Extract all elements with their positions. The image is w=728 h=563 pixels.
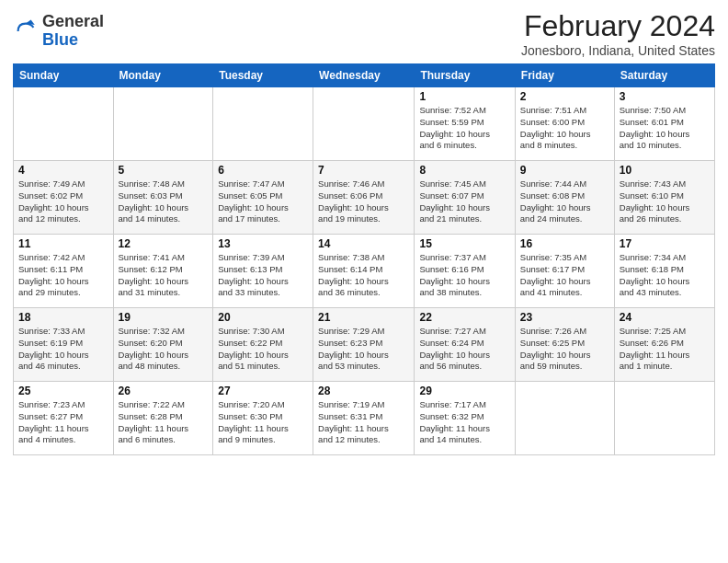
day-number: 5 [119, 164, 209, 177]
day-info: Sunrise: 7:22 AMSunset: 6:28 PMDaylight:… [119, 399, 209, 446]
day-info: Sunrise: 7:47 AMSunset: 6:05 PMDaylight:… [218, 178, 308, 225]
day-info: Sunrise: 7:27 AMSunset: 6:24 PMDaylight:… [419, 326, 509, 373]
day-info: Sunrise: 7:41 AMSunset: 6:12 PMDaylight:… [119, 252, 209, 299]
day-number: 17 [620, 237, 710, 250]
col-wednesday: Wednesday [313, 64, 415, 87]
calendar-cell: 29Sunrise: 7:17 AMSunset: 6:32 PMDayligh… [415, 382, 515, 455]
day-info: Sunrise: 7:50 AMSunset: 6:01 PMDaylight:… [620, 105, 710, 152]
calendar-week-4: 25Sunrise: 7:23 AMSunset: 6:27 PMDayligh… [14, 382, 715, 455]
day-number: 24 [620, 311, 710, 324]
calendar-cell: 23Sunrise: 7:26 AMSunset: 6:25 PMDayligh… [515, 308, 614, 382]
day-info: Sunrise: 7:45 AMSunset: 6:07 PMDaylight:… [419, 178, 509, 225]
day-info: Sunrise: 7:39 AMSunset: 6:13 PMDaylight:… [218, 252, 308, 299]
day-number: 15 [419, 237, 509, 250]
calendar-cell: 25Sunrise: 7:23 AMSunset: 6:27 PMDayligh… [14, 382, 114, 455]
day-info: Sunrise: 7:37 AMSunset: 6:16 PMDaylight:… [419, 252, 509, 299]
logo-general: General [42, 12, 104, 30]
day-info: Sunrise: 7:17 AMSunset: 6:32 PMDaylight:… [419, 399, 509, 446]
calendar-cell [213, 87, 313, 161]
calendar-cell: 3Sunrise: 7:50 AMSunset: 6:01 PMDaylight… [614, 87, 714, 161]
day-info: Sunrise: 7:30 AMSunset: 6:22 PMDaylight:… [218, 326, 308, 373]
calendar-cell: 6Sunrise: 7:47 AMSunset: 6:05 PMDaylight… [213, 161, 313, 235]
header-row: Sunday Monday Tuesday Wednesday Thursday… [14, 64, 715, 87]
day-number: 27 [218, 385, 308, 397]
calendar-week-3: 18Sunrise: 7:33 AMSunset: 6:19 PMDayligh… [14, 308, 715, 382]
day-number: 7 [318, 164, 409, 177]
day-info: Sunrise: 7:29 AMSunset: 6:23 PMDaylight:… [318, 326, 409, 373]
day-number: 16 [520, 237, 609, 250]
col-sunday: Sunday [14, 64, 114, 87]
calendar: Sunday Monday Tuesday Wednesday Thursday… [13, 63, 715, 455]
calendar-cell: 13Sunrise: 7:39 AMSunset: 6:13 PMDayligh… [213, 235, 313, 308]
day-info: Sunrise: 7:32 AMSunset: 6:20 PMDaylight:… [119, 326, 209, 373]
logo-text: General Blue [42, 13, 104, 50]
calendar-cell [313, 87, 415, 161]
header: General Blue February 2024 Jonesboro, In… [13, 9, 715, 58]
calendar-week-2: 11Sunrise: 7:42 AMSunset: 6:11 PMDayligh… [14, 235, 715, 308]
day-number: 21 [318, 311, 409, 324]
day-info: Sunrise: 7:19 AMSunset: 6:31 PMDaylight:… [318, 399, 409, 446]
day-number: 8 [419, 164, 509, 177]
calendar-cell: 8Sunrise: 7:45 AMSunset: 6:07 PMDaylight… [415, 161, 515, 235]
calendar-cell: 7Sunrise: 7:46 AMSunset: 6:06 PMDaylight… [313, 161, 415, 235]
day-number: 19 [119, 311, 209, 324]
calendar-cell: 27Sunrise: 7:20 AMSunset: 6:30 PMDayligh… [213, 382, 313, 455]
calendar-week-0: 1Sunrise: 7:52 AMSunset: 5:59 PMDaylight… [14, 87, 715, 161]
day-number: 23 [520, 311, 609, 324]
day-number: 2 [520, 90, 609, 103]
day-number: 3 [620, 90, 710, 103]
day-info: Sunrise: 7:48 AMSunset: 6:03 PMDaylight:… [119, 178, 209, 225]
day-info: Sunrise: 7:44 AMSunset: 6:08 PMDaylight:… [520, 178, 609, 225]
logo: General Blue [13, 13, 104, 50]
day-info: Sunrise: 7:52 AMSunset: 5:59 PMDaylight:… [419, 105, 509, 152]
day-info: Sunrise: 7:25 AMSunset: 6:26 PMDaylight:… [620, 326, 710, 373]
col-monday: Monday [113, 64, 213, 87]
day-number: 20 [218, 311, 308, 324]
day-number: 22 [419, 311, 509, 324]
day-number: 28 [318, 385, 409, 397]
calendar-cell: 16Sunrise: 7:35 AMSunset: 6:17 PMDayligh… [515, 235, 614, 308]
calendar-cell: 2Sunrise: 7:51 AMSunset: 6:00 PMDaylight… [515, 87, 614, 161]
day-info: Sunrise: 7:23 AMSunset: 6:27 PMDaylight:… [18, 399, 108, 446]
day-number: 1 [419, 90, 509, 103]
day-number: 4 [18, 164, 108, 177]
calendar-cell: 9Sunrise: 7:44 AMSunset: 6:08 PMDaylight… [515, 161, 614, 235]
calendar-header: Sunday Monday Tuesday Wednesday Thursday… [14, 64, 715, 87]
calendar-cell: 26Sunrise: 7:22 AMSunset: 6:28 PMDayligh… [113, 382, 213, 455]
calendar-cell: 10Sunrise: 7:43 AMSunset: 6:10 PMDayligh… [614, 161, 714, 235]
calendar-cell: 14Sunrise: 7:38 AMSunset: 6:14 PMDayligh… [313, 235, 415, 308]
day-info: Sunrise: 7:33 AMSunset: 6:19 PMDaylight:… [18, 326, 108, 373]
col-thursday: Thursday [415, 64, 515, 87]
page: General Blue February 2024 Jonesboro, In… [0, 0, 728, 465]
calendar-cell [614, 382, 714, 455]
calendar-cell: 15Sunrise: 7:37 AMSunset: 6:16 PMDayligh… [415, 235, 515, 308]
col-saturday: Saturday [614, 64, 714, 87]
calendar-cell: 17Sunrise: 7:34 AMSunset: 6:18 PMDayligh… [614, 235, 714, 308]
calendar-week-1: 4Sunrise: 7:49 AMSunset: 6:02 PMDaylight… [14, 161, 715, 235]
calendar-cell: 12Sunrise: 7:41 AMSunset: 6:12 PMDayligh… [113, 235, 213, 308]
calendar-cell: 19Sunrise: 7:32 AMSunset: 6:20 PMDayligh… [113, 308, 213, 382]
calendar-cell: 11Sunrise: 7:42 AMSunset: 6:11 PMDayligh… [14, 235, 114, 308]
day-number: 18 [18, 311, 108, 324]
day-number: 6 [218, 164, 308, 177]
calendar-cell [14, 87, 114, 161]
calendar-cell: 21Sunrise: 7:29 AMSunset: 6:23 PMDayligh… [313, 308, 415, 382]
calendar-cell: 22Sunrise: 7:27 AMSunset: 6:24 PMDayligh… [415, 308, 515, 382]
day-info: Sunrise: 7:49 AMSunset: 6:02 PMDaylight:… [18, 178, 108, 225]
day-info: Sunrise: 7:46 AMSunset: 6:06 PMDaylight:… [318, 178, 409, 225]
calendar-body: 1Sunrise: 7:52 AMSunset: 5:59 PMDaylight… [14, 87, 715, 455]
col-friday: Friday [515, 64, 614, 87]
day-number: 26 [119, 385, 209, 397]
day-info: Sunrise: 7:35 AMSunset: 6:17 PMDaylight:… [520, 252, 609, 299]
logo-icon [13, 18, 39, 44]
day-info: Sunrise: 7:20 AMSunset: 6:30 PMDaylight:… [218, 399, 308, 446]
day-info: Sunrise: 7:43 AMSunset: 6:10 PMDaylight:… [620, 178, 710, 225]
day-number: 12 [119, 237, 209, 250]
day-number: 25 [18, 385, 108, 397]
calendar-cell [113, 87, 213, 161]
logo-blue: Blue [42, 30, 78, 49]
day-number: 10 [620, 164, 710, 177]
location-title: Jonesboro, Indiana, United States [521, 43, 715, 58]
day-info: Sunrise: 7:42 AMSunset: 6:11 PMDaylight:… [18, 252, 108, 299]
title-area: February 2024 Jonesboro, Indiana, United… [521, 9, 715, 58]
